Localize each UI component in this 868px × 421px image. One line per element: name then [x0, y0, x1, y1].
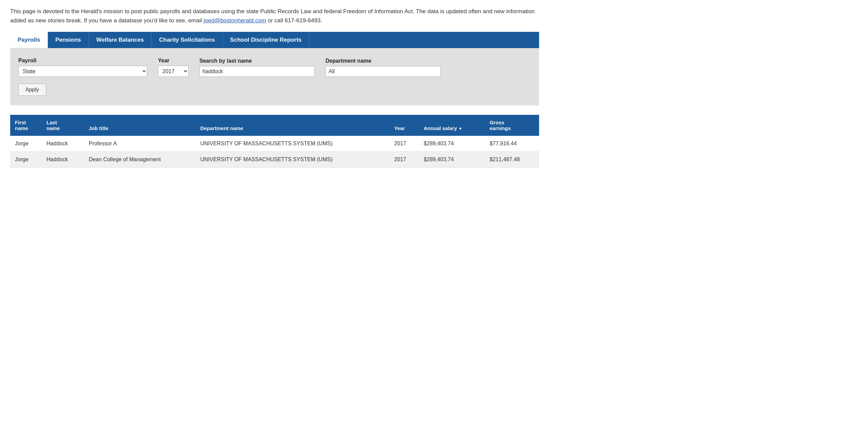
apply-row: Apply [18, 84, 531, 96]
table-body: JorgeHaddockProfessor AUNIVERSITY OF MAS… [10, 136, 539, 168]
lastname-label: Search by last name [199, 58, 315, 64]
dept-filter-group: Department name [326, 58, 441, 77]
intro-paragraph: This page is devoted to the Herald's mis… [10, 7, 539, 25]
intro-text2: or call 617-619-6493. [266, 17, 322, 24]
dept-label: Department name [326, 58, 441, 64]
tab-item-payrolls[interactable]: Payrolls [10, 32, 48, 48]
tab-item-pensions[interactable]: Pensions [48, 32, 89, 48]
th-annual_salary[interactable]: Annual salary▼ [419, 115, 485, 136]
cell-dept_name: UNIVERSITY OF MASSACHUSETTS SYSTEM (UMS) [196, 152, 390, 168]
results-wrapper: FirstnameLastnameJob titleDepartment nam… [10, 115, 539, 168]
sort-arrow-icon: ▼ [458, 126, 462, 131]
year-filter-group: Year 2017201620152014 [158, 58, 189, 77]
th-year: Year [389, 115, 419, 136]
table-row: JorgeHaddockDean College of ManagementUN… [10, 152, 539, 168]
cell-gross_earnings: $211,487.48 [485, 152, 539, 168]
cell-year: 2017 [389, 136, 419, 152]
filter-area: Payroll StateCity of BostonMBTAOther Yea… [10, 48, 539, 105]
dept-input[interactable] [326, 66, 441, 77]
cell-dept_name: UNIVERSITY OF MASSACHUSETTS SYSTEM (UMS) [196, 136, 390, 152]
cell-first_name: Jorge [10, 152, 42, 168]
cell-last_name: Haddock [42, 152, 84, 168]
results-table: FirstnameLastnameJob titleDepartment nam… [10, 115, 539, 168]
tab-item-school-discipline-reports[interactable]: School Discipline Reports [223, 32, 310, 48]
cell-annual_salary: $289,403.74 [419, 136, 485, 152]
cell-gross_earnings: $77,916.44 [485, 136, 539, 152]
apply-button[interactable]: Apply [18, 84, 46, 96]
cell-annual_salary: $289,403.74 [419, 152, 485, 168]
year-select[interactable]: 2017201620152014 [158, 66, 189, 77]
table-row: JorgeHaddockProfessor AUNIVERSITY OF MAS… [10, 136, 539, 152]
cell-year: 2017 [389, 152, 419, 168]
cell-job_title: Dean College of Management [84, 152, 196, 168]
intro-email[interactable]: joed@bostonherald.com [203, 17, 266, 24]
th-job_title: Job title [84, 115, 196, 136]
table-header: FirstnameLastnameJob titleDepartment nam… [10, 115, 539, 136]
year-label: Year [158, 58, 189, 64]
tab-item-charity-solicitations[interactable]: Charity Solicitations [152, 32, 222, 48]
tab-nav: PayrollsPensionsWelfare BalancesCharity … [10, 32, 539, 48]
cell-job_title: Professor A [84, 136, 196, 152]
th-dept_name: Department name [196, 115, 390, 136]
th-first_name: Firstname [10, 115, 42, 136]
cell-first_name: Jorge [10, 136, 42, 152]
th-gross_earnings: Grossearnings [485, 115, 539, 136]
payroll-label: Payroll [18, 58, 147, 64]
tab-item-welfare-balances[interactable]: Welfare Balances [89, 32, 152, 48]
filter-row: Payroll StateCity of BostonMBTAOther Yea… [18, 58, 531, 77]
lastname-input[interactable] [199, 66, 315, 77]
lastname-filter-group: Search by last name [199, 58, 315, 77]
cell-last_name: Haddock [42, 136, 84, 152]
th-last_name: Lastname [42, 115, 84, 136]
header-row: FirstnameLastnameJob titleDepartment nam… [10, 115, 539, 136]
payroll-filter-group: Payroll StateCity of BostonMBTAOther [18, 58, 147, 77]
payroll-select[interactable]: StateCity of BostonMBTAOther [18, 66, 147, 77]
